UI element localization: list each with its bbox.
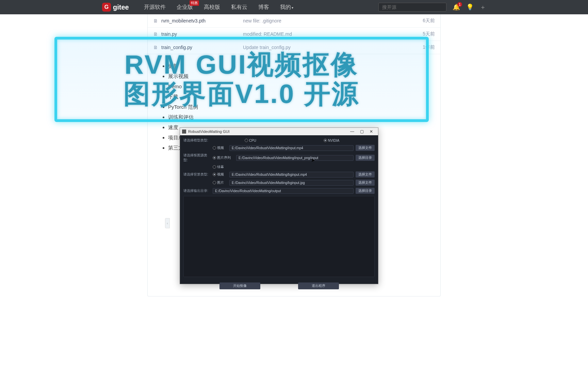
radio-cpu[interactable]: CPU [245, 139, 256, 142]
file-name[interactable]: train.py [161, 31, 243, 37]
input-bg-img[interactable] [229, 180, 354, 186]
radio-src-imgseq[interactable]: 图片序列 [213, 155, 231, 160]
plus-icon[interactable]: ＋ [480, 3, 486, 11]
search-input[interactable] [378, 3, 446, 12]
choose-file-button[interactable]: 选择文件 [356, 171, 375, 178]
chevron-down-icon: ▾ [292, 6, 293, 10]
banner-line1: RVM GUI视频抠像 [125, 50, 359, 79]
gitee-logo-icon: G [102, 3, 111, 12]
radio-greenscreen[interactable]: 绿幕 [213, 165, 224, 169]
nav-education[interactable]: 高校版 [204, 4, 220, 11]
close-icon[interactable]: ✕ [366, 129, 376, 134]
input-src-video[interactable] [229, 145, 354, 151]
label-source-type: 请选择抠图源类型: [183, 153, 211, 163]
commit-time: 6天前 [408, 18, 435, 24]
file-name[interactable]: rvm_mobilenetv3.pth [161, 18, 243, 24]
rvm-gui-window: RobustVideoMatting GUI — ▢ ✕ 请选择模型类型: CP… [180, 127, 378, 284]
nav-private-cloud[interactable]: 私有云 [231, 4, 247, 11]
choose-file-button[interactable]: 选择文件 [356, 145, 375, 151]
input-src-imgseq[interactable] [236, 155, 354, 161]
start-button[interactable]: 开始抠像 [219, 282, 260, 289]
radio-src-video[interactable]: 视频 [213, 145, 224, 150]
commit-time: 5天前 [408, 31, 435, 37]
notify-count: 1 [457, 2, 462, 7]
window-title: RobustVideoMatting GUI [188, 129, 229, 134]
file-row[interactable]: 🗎 rvm_mobilenetv3.pth new file: .gitigno… [148, 14, 440, 28]
nav-mine-label: 我的 [280, 4, 291, 10]
top-nav: G gitee 开源软件 企业版 特惠 高校版 私有云 博客 我的▾ 🔔1 💡 … [0, 0, 588, 14]
bell-icon[interactable]: 🔔1 [453, 3, 460, 11]
maximize-icon[interactable]: ▢ [357, 129, 366, 134]
logo[interactable]: G gitee [102, 3, 129, 12]
log-area [183, 196, 375, 277]
nav-opensource[interactable]: 开源软件 [144, 4, 166, 11]
bulb-icon[interactable]: 💡 [466, 3, 474, 11]
input-bg-video[interactable] [229, 172, 354, 178]
label-output: 请选择输出目录: [183, 188, 211, 193]
choose-file-button[interactable]: 选择文件 [356, 180, 375, 186]
file-icon: 🗎 [153, 18, 158, 24]
nav-blog[interactable]: 博客 [258, 4, 269, 11]
exit-button[interactable]: 退出程序 [298, 282, 339, 289]
logo-text: gitee [113, 3, 129, 11]
nav-enterprise[interactable]: 企业版 特惠 [177, 4, 193, 11]
commit-msg: modified: README.md [243, 31, 408, 37]
title-banner: RVM GUI视频抠像 图形界面V1.0 开源 [54, 37, 429, 122]
commit-msg: new file: .gitignore [243, 18, 408, 24]
choose-dir-button[interactable]: 选择目录 [356, 155, 375, 161]
drawer-handle-icon[interactable]: ‹ [165, 218, 170, 228]
choose-dir-button[interactable]: 选择目录 [356, 188, 375, 194]
app-icon [182, 129, 186, 134]
file-icon: 🗎 [153, 31, 158, 37]
label-bg-type: 请选择背景类型: [183, 172, 211, 177]
label-model-type: 请选择模型类型: [183, 138, 211, 143]
minimize-icon[interactable]: — [347, 129, 357, 134]
radio-bg-video[interactable]: 视频 [213, 172, 224, 177]
radio-nvidia[interactable]: NVIDIA [324, 139, 339, 142]
nav-mine[interactable]: 我的▾ [280, 4, 293, 11]
window-titlebar[interactable]: RobustVideoMatting GUI — ▢ ✕ [180, 128, 378, 135]
enterprise-badge: 特惠 [190, 0, 199, 6]
radio-bg-img[interactable]: 图片 [213, 180, 224, 185]
banner-line2: 图形界面V1.0 开源 [124, 79, 360, 109]
input-output[interactable] [213, 188, 354, 194]
mouse-cursor-icon: ➤ [311, 157, 315, 163]
